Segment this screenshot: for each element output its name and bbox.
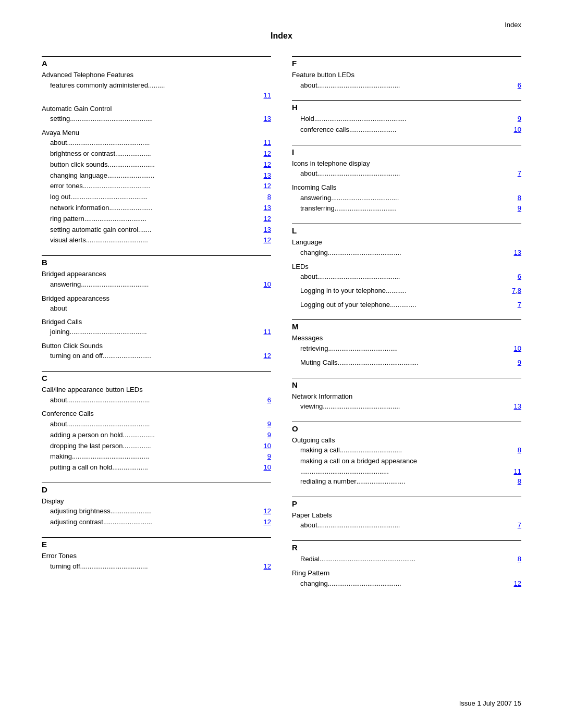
entry-label: Hold bbox=[300, 114, 314, 125]
entry-group: Paper Labelsabout.......................… bbox=[292, 510, 521, 531]
section-letter: A bbox=[42, 59, 57, 68]
section-header: L bbox=[292, 224, 521, 235]
entry-title: Avaya Menu bbox=[42, 128, 271, 138]
index-entry: network information.....................… bbox=[42, 203, 271, 214]
page: Index Index AAdvanced Telephone Features… bbox=[0, 0, 563, 728]
entry-page[interactable]: 8 bbox=[511, 476, 521, 487]
entry-page[interactable]: 11 bbox=[261, 138, 271, 149]
index-entry: changing................................… bbox=[292, 248, 521, 258]
entry-page[interactable]: 6 bbox=[261, 395, 271, 406]
entry-page[interactable]: 9 bbox=[261, 451, 271, 462]
entry-page[interactable]: 7 bbox=[511, 168, 521, 179]
entry-page[interactable]: 8 bbox=[261, 192, 271, 203]
entry-dots: ........................................… bbox=[72, 451, 261, 462]
index-entry: setting automatic gain control.......13 bbox=[42, 225, 271, 236]
entry-page[interactable]: 12 bbox=[261, 181, 271, 192]
entry-page[interactable]: 13 bbox=[261, 114, 271, 125]
entry-group: Icons in telephone displayabout.........… bbox=[292, 158, 521, 179]
section-letter: N bbox=[292, 380, 308, 389]
entry-page[interactable]: 6 bbox=[511, 272, 521, 282]
entry-label: about bbox=[50, 419, 67, 430]
index-section: LLanguagechanging.......................… bbox=[292, 224, 521, 310]
entry-dots: ....................... bbox=[109, 203, 261, 214]
index-entry: Logging in to your telephone...........7… bbox=[292, 286, 521, 297]
entry-title: Advanced Telephone Features bbox=[42, 70, 271, 80]
entry-label: answering bbox=[300, 193, 331, 204]
entry-title: Network Information bbox=[292, 391, 521, 402]
entry-page[interactable]: 12 bbox=[261, 517, 271, 528]
entry-page[interactable]: 13 bbox=[261, 225, 271, 236]
entry-page[interactable]: 13 bbox=[261, 170, 271, 181]
entry-page[interactable]: 7 bbox=[505, 286, 516, 297]
entry-group: LEDsabout...............................… bbox=[292, 262, 521, 282]
entry-page[interactable]: 10 bbox=[261, 441, 271, 452]
entry-page[interactable]: 13 bbox=[261, 203, 271, 214]
entry-page[interactable]: 12 bbox=[511, 578, 521, 589]
section-header: I bbox=[292, 145, 521, 156]
entry-label: viewing bbox=[300, 401, 323, 412]
entry-dots: ........................................… bbox=[317, 272, 511, 282]
entry-page[interactable]: 12 bbox=[261, 561, 271, 572]
entry-group: Network Informationviewing..............… bbox=[292, 391, 521, 412]
entry-page[interactable]: 9 bbox=[511, 357, 521, 368]
entry-group: Avaya Menuabout.........................… bbox=[42, 128, 271, 246]
entry-dots: ........................................… bbox=[70, 327, 261, 338]
entry-page[interactable]: 11 bbox=[264, 90, 271, 101]
entry-page[interactable]: 12 bbox=[261, 506, 271, 517]
entry-page[interactable]: 12 bbox=[261, 351, 271, 362]
entry-title: Bridged appearances bbox=[42, 269, 271, 279]
section-header: A bbox=[42, 56, 271, 68]
entry-page[interactable]: 11 bbox=[261, 327, 271, 338]
entry-page[interactable]: 10 bbox=[511, 125, 521, 135]
entry-page[interactable]: 9 bbox=[511, 114, 521, 125]
entry-title: Display bbox=[42, 496, 271, 507]
entry-dots: ......................... bbox=[107, 170, 261, 181]
entry-page[interactable]: 9 bbox=[261, 419, 271, 430]
entry-label: about bbox=[50, 395, 67, 406]
entry-dots: ........................................… bbox=[67, 395, 261, 406]
index-entry: changing language.......................… bbox=[42, 170, 271, 181]
index-entry: about...................................… bbox=[42, 138, 271, 149]
entry-page[interactable]: 12 bbox=[261, 235, 271, 246]
entry-group: Muting Calls............................… bbox=[292, 357, 521, 368]
entry-page[interactable]: 10 bbox=[261, 279, 271, 290]
entry-page[interactable]: 13 bbox=[511, 401, 521, 412]
entry-page[interactable]: 8 bbox=[511, 193, 521, 204]
entry-page[interactable]: 12 bbox=[261, 159, 271, 170]
index-entry: error tones.............................… bbox=[42, 181, 271, 192]
index-entry: dropping the last person...............1… bbox=[42, 441, 271, 452]
entry-label: Muting Calls bbox=[300, 357, 338, 368]
index-entry: making..................................… bbox=[42, 451, 271, 462]
entry-dots: .................................... bbox=[83, 181, 261, 192]
entry-page2[interactable]: 8 bbox=[518, 286, 521, 297]
entry-page[interactable]: 7 bbox=[511, 520, 521, 531]
section-header: N bbox=[292, 378, 521, 389]
entry-dots: .......................... bbox=[103, 517, 261, 528]
entry-page[interactable]: 10 bbox=[261, 462, 271, 473]
entry-page[interactable]: 9 bbox=[511, 203, 521, 214]
entry-dots: ........................................… bbox=[317, 168, 511, 179]
entry-label: adjusting brightness bbox=[50, 506, 111, 517]
entry-page[interactable]: 12 bbox=[261, 214, 271, 225]
entry-group: Displayadjusting brightness.............… bbox=[42, 496, 271, 528]
section-letter: L bbox=[292, 226, 308, 235]
entry-dots: ........................................… bbox=[67, 419, 261, 430]
index-section: PPaper Labelsabout......................… bbox=[292, 497, 521, 531]
entry-page[interactable]: 8 bbox=[511, 445, 521, 456]
entry-group: Error Tonesturning off..................… bbox=[42, 551, 271, 572]
entry-page[interactable]: 11 bbox=[514, 466, 521, 477]
index-entry: joining.................................… bbox=[42, 327, 271, 338]
entry-label: answering bbox=[50, 279, 81, 290]
entry-group: Bridged Callsjoining....................… bbox=[42, 317, 271, 338]
entry-page[interactable]: 8 bbox=[511, 554, 521, 565]
entry-page[interactable]: 13 bbox=[511, 248, 521, 258]
entry-page[interactable]: 9 bbox=[261, 430, 271, 441]
entry-label: Logging in to your telephone bbox=[300, 286, 386, 297]
entry-page[interactable]: 7 bbox=[511, 300, 521, 311]
entry-group: Button Click Soundsturning on and off...… bbox=[42, 341, 271, 362]
entry-page[interactable]: 10 bbox=[511, 343, 521, 354]
entry-dots: ................. bbox=[123, 430, 261, 441]
entry-label: Redial bbox=[300, 554, 320, 565]
entry-page[interactable]: 6 bbox=[511, 80, 521, 91]
entry-page[interactable]: 12 bbox=[261, 149, 271, 159]
